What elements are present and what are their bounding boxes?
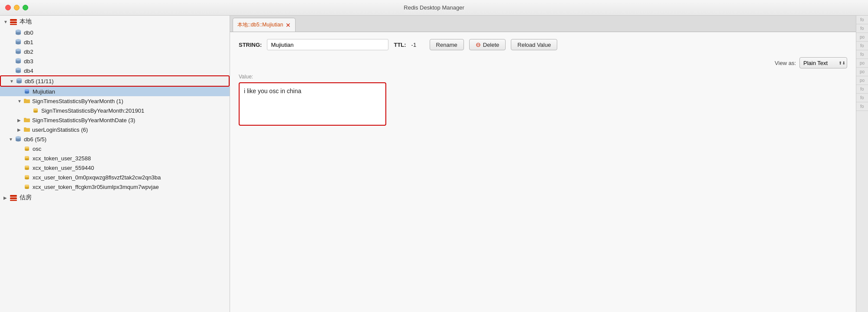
chevron-icon	[17, 118, 23, 123]
db2-label: db2	[24, 49, 33, 55]
sign-times-key-label: SignTimesStatisticsByYearMonth:201901	[41, 107, 145, 114]
db-icon	[15, 136, 22, 143]
right-panel-item: po	[856, 68, 868, 76]
svg-point-54	[25, 175, 29, 177]
tab-close-icon[interactable]: ✕	[286, 22, 291, 29]
maximize-button[interactable]	[23, 5, 28, 10]
user-login-folder-label: userLoginStatistics (6)	[32, 127, 88, 133]
svg-point-57	[25, 187, 29, 189]
svg-point-33	[33, 111, 38, 113]
sidebar-item-bendi[interactable]: 本地	[0, 16, 230, 28]
ttl-value: -1	[411, 42, 424, 48]
main-container: 本地 db0 db1	[0, 16, 868, 312]
sidebar-item-sign-times-key[interactable]: SignTimesStatisticsByYearMonth:201901	[0, 106, 230, 115]
chevron-open-icon	[10, 79, 16, 84]
sidebar-item-xcx-ff[interactable]: xcx_user_token_ffcgkm3r05iumlpx3mqum7wpv…	[0, 182, 230, 192]
sidebar-item-db3[interactable]: db3	[0, 56, 230, 66]
delete-button[interactable]: ⊖ Delete	[469, 39, 506, 50]
close-button[interactable]	[5, 5, 11, 10]
db1-label: db1	[24, 39, 33, 46]
titlebar: Redis Desktop Manager	[0, 0, 868, 16]
string-key-icon	[23, 155, 30, 162]
key-name-input[interactable]	[267, 39, 388, 50]
right-panel-item: fo	[856, 42, 868, 50]
svg-rect-2	[10, 24, 17, 25]
right-panel: fo fo po fo fo po po po fo fo fo	[856, 16, 868, 312]
svg-point-29	[25, 92, 29, 94]
svg-point-26	[16, 78, 22, 81]
folder-icon	[23, 117, 30, 124]
value-textarea[interactable]: i like you osc in china	[239, 82, 386, 126]
sidebar-item-gufang[interactable]: 估房	[0, 192, 230, 204]
gufang-label: 估房	[20, 194, 32, 202]
folder-icon	[23, 126, 30, 133]
svg-point-13	[16, 52, 21, 54]
sidebar-item-db2[interactable]: db2	[0, 47, 230, 56]
sidebar-item-db6[interactable]: db6 (5/5)	[0, 134, 230, 144]
chevron-icon	[3, 195, 10, 200]
right-panel-item: fo	[856, 50, 868, 59]
svg-point-42	[25, 146, 29, 148]
view-as-select-wrapper: Plain Text JSON Hex Binary Msgpack ⬆⬇	[799, 57, 847, 68]
svg-point-30	[25, 89, 29, 91]
sidebar-item-sign-times-folder[interactable]: SignTimesStatisticsByYearMonth (1)	[0, 96, 230, 106]
string-key-icon	[23, 88, 30, 95]
sidebar-item-db1[interactable]: db1	[0, 37, 230, 47]
traffic-lights	[5, 5, 28, 10]
svg-point-50	[25, 166, 29, 167]
chevron-icon	[17, 127, 23, 132]
db-icon	[15, 29, 22, 36]
sidebar-item-xcx-0m[interactable]: xcx_user_token_0m0pxqwzg8flsvzf2tak2cw2q…	[0, 172, 230, 182]
db-icon	[15, 58, 22, 65]
db4-label: db4	[24, 68, 33, 74]
svg-rect-61	[10, 200, 17, 201]
string-key-icon	[23, 145, 30, 152]
sidebar-item-mujiutian[interactable]: Mujiutian	[0, 87, 230, 96]
svg-point-45	[25, 159, 29, 160]
string-key-icon	[23, 174, 30, 181]
sidebar-item-xcx-32588[interactable]: xcx_token_user_32588	[0, 153, 230, 163]
sidebar-item-osc[interactable]: osc	[0, 144, 230, 153]
string-key-icon	[23, 164, 30, 171]
content-area: 本地::db5::Mujiutian ✕ STRING: TTL: -1 Ren…	[230, 16, 856, 312]
view-as-row: View as: Plain Text JSON Hex Binary Msgp…	[239, 57, 847, 68]
rename-button[interactable]: Rename	[430, 39, 464, 50]
server-icon-red	[10, 18, 17, 26]
view-as-select[interactable]: Plain Text JSON Hex Binary Msgpack	[799, 57, 847, 68]
reload-button[interactable]: Reload Value	[511, 39, 557, 50]
tab-bar: 本地::db5::Mujiutian ✕	[230, 16, 856, 32]
sidebar-item-db4[interactable]: db4	[0, 66, 230, 75]
mujiutian-label: Mujiutian	[33, 88, 55, 95]
app-title: Redis Desktop Manager	[404, 4, 464, 11]
svg-rect-0	[10, 19, 17, 21]
osc-label: osc	[33, 146, 41, 152]
value-section-label: Value:	[239, 74, 847, 80]
folder-icon	[23, 98, 30, 104]
chevron-icon	[17, 99, 23, 104]
sidebar-item-sign-times-date-folder[interactable]: SignTimesStatisticsByYearMonthDate (3)	[0, 115, 230, 125]
db-icon	[15, 48, 22, 55]
svg-point-37	[16, 140, 21, 142]
xcx-0m-label: xcx_user_token_0m0pxqwzg8flsvzf2tak2cw2q…	[33, 174, 161, 181]
sidebar-item-user-login-folder[interactable]: userLoginStatistics (6)	[0, 125, 230, 134]
minimize-button[interactable]	[14, 5, 20, 10]
right-panel-item: fo	[856, 85, 868, 94]
db-icon	[15, 39, 22, 46]
db-icon	[16, 78, 23, 84]
svg-point-38	[16, 136, 21, 139]
svg-point-18	[16, 58, 21, 61]
key-panel: STRING: TTL: -1 Rename ⊖ Delete Reload V…	[230, 32, 856, 312]
svg-rect-59	[10, 195, 17, 197]
right-panel-item: fo	[856, 16, 868, 24]
xcx-559440-label: xcx_token_user_559440	[33, 165, 94, 171]
sidebar-item-db5[interactable]: db5 (11/11)	[0, 75, 230, 87]
sidebar-item-db0[interactable]: db0	[0, 28, 230, 37]
server-label: 本地	[20, 18, 32, 26]
xcx-ff-label: xcx_user_token_ffcgkm3r05iumlpx3mqum7wpv…	[33, 184, 159, 190]
svg-point-14	[16, 49, 21, 51]
sidebar-item-xcx-559440[interactable]: xcx_token_user_559440	[0, 163, 230, 172]
right-panel-item: po	[856, 33, 868, 42]
ttl-label: TTL:	[394, 42, 406, 48]
tab-mujiutian[interactable]: 本地::db5::Mujiutian ✕	[233, 18, 296, 32]
xcx-32588-label: xcx_token_user_32588	[33, 155, 91, 162]
